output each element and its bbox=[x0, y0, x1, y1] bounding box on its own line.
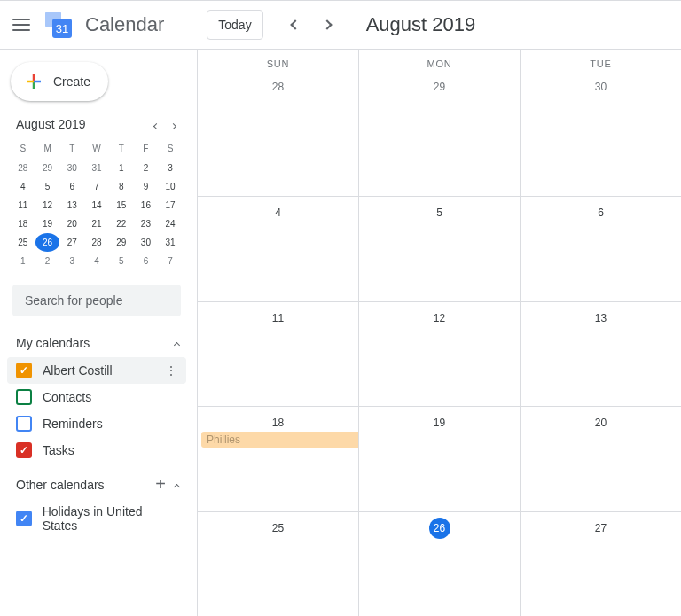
day-cell[interactable]: 26 bbox=[358, 512, 520, 617]
mini-day[interactable]: 3 bbox=[158, 159, 183, 177]
mini-day[interactable]: 8 bbox=[109, 177, 134, 196]
search-input[interactable]: Search for people bbox=[12, 285, 181, 316]
month-nav bbox=[281, 11, 341, 39]
mini-day[interactable]: 15 bbox=[109, 196, 134, 214]
collapse-other-calendars[interactable] bbox=[175, 478, 179, 492]
chevron-right-icon bbox=[170, 123, 176, 129]
calendar-label: Reminders bbox=[43, 417, 103, 431]
plus-icon bbox=[23, 71, 44, 92]
day-cell[interactable]: 6 bbox=[520, 197, 681, 301]
calendar-grid: SUNMONTUE 28293045611121318Phillies19202… bbox=[197, 50, 681, 616]
mini-day[interactable]: 22 bbox=[109, 214, 134, 233]
calendar-item[interactable]: Albert Costill⋮ bbox=[7, 357, 186, 384]
mini-day[interactable]: 30 bbox=[134, 233, 159, 252]
calendar-item[interactable]: Reminders bbox=[7, 410, 186, 437]
calendar-checkbox[interactable] bbox=[16, 389, 32, 405]
mini-dow: S bbox=[11, 140, 35, 159]
mini-day[interactable]: 18 bbox=[11, 214, 35, 233]
calendar-label: Contacts bbox=[43, 390, 91, 404]
day-cell[interactable]: 20 bbox=[520, 407, 681, 511]
mini-day[interactable]: 14 bbox=[84, 196, 109, 214]
mini-day[interactable]: 31 bbox=[84, 159, 109, 177]
mini-calendar[interactable]: SMTWTFS282930311234567891011121314151617… bbox=[7, 140, 186, 270]
mini-day[interactable]: 31 bbox=[158, 233, 183, 252]
calendar-checkbox[interactable] bbox=[16, 416, 32, 432]
mini-day[interactable]: 17 bbox=[158, 196, 183, 214]
mini-day[interactable]: 6 bbox=[134, 252, 159, 270]
mini-day[interactable]: 11 bbox=[11, 196, 35, 214]
mini-day[interactable]: 7 bbox=[158, 252, 183, 270]
day-cell[interactable]: 28 bbox=[198, 71, 358, 196]
day-cell[interactable]: 25 bbox=[198, 512, 358, 617]
calendar-item[interactable]: Holidays in United States bbox=[7, 499, 186, 538]
mini-day[interactable]: 1 bbox=[109, 159, 134, 177]
mini-day[interactable]: 28 bbox=[84, 233, 109, 252]
calendar-item[interactable]: Contacts bbox=[7, 384, 186, 410]
add-calendar-button[interactable]: + bbox=[155, 478, 166, 492]
mini-day[interactable]: 16 bbox=[134, 196, 159, 214]
mini-day[interactable]: 7 bbox=[84, 177, 109, 196]
mini-day[interactable]: 4 bbox=[11, 177, 35, 196]
menu-icon[interactable] bbox=[11, 14, 32, 35]
prev-month-button[interactable] bbox=[281, 11, 309, 39]
calendar-checkbox[interactable] bbox=[16, 442, 32, 458]
mini-day[interactable]: 1 bbox=[11, 252, 35, 270]
mini-day[interactable]: 24 bbox=[158, 214, 183, 233]
mini-day[interactable]: 9 bbox=[134, 177, 159, 196]
my-calendars-header[interactable]: My calendars bbox=[7, 331, 186, 355]
chevron-left-icon bbox=[153, 123, 160, 129]
mini-day[interactable]: 20 bbox=[59, 214, 84, 233]
mini-day[interactable]: 2 bbox=[134, 159, 159, 177]
calendar-checkbox[interactable] bbox=[16, 511, 32, 526]
day-cell[interactable]: 12 bbox=[358, 302, 520, 407]
event-chip[interactable]: Phillies bbox=[201, 432, 358, 448]
mini-day[interactable]: 19 bbox=[35, 214, 60, 233]
calendar-options-icon[interactable]: ⋮ bbox=[165, 363, 177, 378]
mini-dow: F bbox=[134, 140, 159, 159]
day-cell[interactable]: 13 bbox=[520, 302, 681, 407]
mini-day[interactable]: 26 bbox=[35, 233, 60, 252]
day-cell[interactable]: 19 bbox=[358, 407, 520, 511]
mini-day[interactable]: 10 bbox=[158, 177, 183, 196]
day-number: 29 bbox=[429, 76, 450, 97]
day-cell[interactable]: 11 bbox=[198, 302, 358, 407]
day-cell[interactable]: 5 bbox=[358, 197, 520, 301]
mini-day[interactable]: 4 bbox=[84, 252, 109, 270]
mini-day[interactable]: 2 bbox=[35, 252, 60, 270]
collapse-my-calendars[interactable] bbox=[175, 336, 179, 350]
day-cell[interactable]: 29 bbox=[358, 71, 520, 196]
mini-prev-button[interactable] bbox=[151, 113, 162, 135]
mini-day[interactable]: 29 bbox=[109, 233, 134, 252]
week-row: 111213 bbox=[198, 301, 681, 407]
logo-day: 31 bbox=[52, 19, 72, 38]
day-cell[interactable]: 30 bbox=[520, 71, 681, 196]
mini-dow: T bbox=[109, 140, 134, 159]
mini-day[interactable]: 6 bbox=[59, 177, 84, 196]
mini-day[interactable]: 29 bbox=[35, 159, 60, 177]
next-month-button[interactable] bbox=[313, 11, 341, 39]
create-button[interactable]: Create bbox=[11, 62, 108, 101]
day-cell[interactable]: 4 bbox=[198, 197, 358, 301]
today-button[interactable]: Today bbox=[207, 10, 262, 40]
mini-day[interactable]: 21 bbox=[84, 214, 109, 233]
mini-cal-nav bbox=[151, 113, 179, 135]
day-cell[interactable]: 27 bbox=[520, 512, 681, 617]
calendar-checkbox[interactable] bbox=[16, 363, 32, 378]
mini-day[interactable]: 13 bbox=[59, 196, 84, 214]
mini-day[interactable]: 5 bbox=[35, 177, 60, 196]
mini-next-button[interactable] bbox=[168, 113, 179, 135]
app-logo: 31 bbox=[43, 9, 74, 41]
mini-day[interactable]: 25 bbox=[11, 233, 35, 252]
mini-day[interactable]: 3 bbox=[59, 252, 84, 270]
day-number: 30 bbox=[591, 76, 612, 97]
day-cell[interactable]: 18Phillies bbox=[198, 407, 358, 511]
calendar-item[interactable]: Tasks bbox=[7, 437, 186, 464]
mini-day[interactable]: 5 bbox=[109, 252, 134, 270]
mini-day[interactable]: 23 bbox=[134, 214, 159, 233]
mini-day[interactable]: 30 bbox=[59, 159, 84, 177]
mini-day[interactable]: 12 bbox=[35, 196, 60, 214]
calendar-label: Holidays in United States bbox=[43, 504, 177, 533]
mini-day[interactable]: 27 bbox=[59, 233, 84, 252]
mini-day[interactable]: 28 bbox=[11, 159, 35, 177]
other-calendars-header[interactable]: Other calendars + bbox=[7, 472, 186, 497]
